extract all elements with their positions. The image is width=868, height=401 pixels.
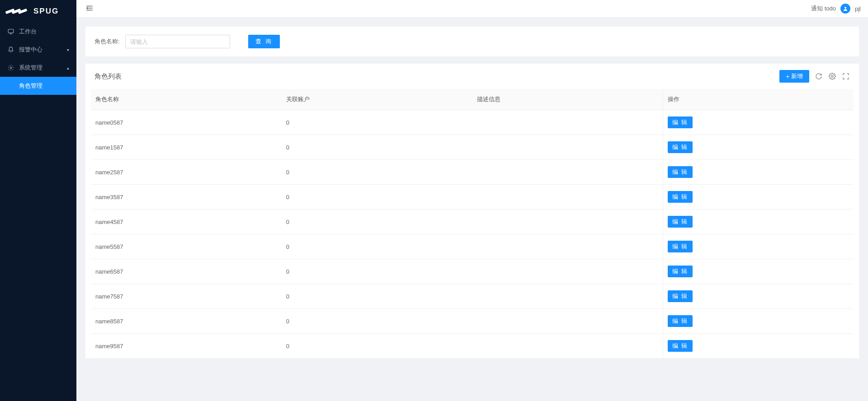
table-row: name7587 0 编 辑: [91, 284, 854, 309]
sidebar-item-label: 角色管理: [19, 82, 42, 90]
role-name-input[interactable]: [125, 35, 230, 48]
table-row: name9587 0 编 辑: [91, 334, 854, 359]
sidebar: SPUG 工作台 报警中心 ▾ 系统管理 ▴: [0, 0, 76, 401]
cell-role-name: name0587: [91, 110, 282, 135]
cell-role-name: name2587: [91, 160, 282, 185]
cell-description: [472, 110, 663, 135]
setting-icon: [7, 64, 14, 71]
cell-role-name: name9587: [91, 334, 282, 359]
cell-operation: 编 辑: [663, 284, 854, 309]
logo-text: SPUG: [33, 7, 59, 16]
sidebar-toggle[interactable]: [84, 2, 95, 15]
chevron-up-icon: ▴: [67, 65, 69, 70]
edit-button[interactable]: 编 辑: [668, 141, 693, 153]
sidebar-item-workbench[interactable]: 工作台: [0, 23, 76, 41]
cell-account: 0: [282, 284, 472, 309]
cell-account: 0: [282, 309, 472, 334]
cell-role-name: name4587: [91, 210, 282, 234]
edit-button[interactable]: 编 辑: [668, 315, 693, 327]
edit-button[interactable]: 编 辑: [668, 216, 693, 228]
cell-account: 0: [282, 110, 472, 135]
cell-description: [472, 185, 663, 210]
cell-description: [472, 334, 663, 359]
cell-account: 0: [282, 334, 472, 359]
header: 通知 todo pjl: [76, 0, 868, 18]
cell-description: [472, 259, 663, 284]
table-row: name4587 0 编 辑: [91, 210, 854, 234]
table-row: name1587 0 编 辑: [91, 135, 854, 160]
plus-icon: +: [786, 73, 789, 80]
cell-account: 0: [282, 210, 472, 234]
content: 角色名称: 查 询 角色列表 + 新增: [76, 18, 868, 401]
svg-point-6: [831, 75, 833, 77]
fullscreen-button[interactable]: [842, 72, 850, 80]
cell-account: 0: [282, 259, 472, 284]
edit-button[interactable]: 编 辑: [668, 340, 693, 352]
col-role-name: 角色名称: [91, 89, 282, 110]
cell-account: 0: [282, 185, 472, 210]
notify-link[interactable]: 通知 todo: [811, 5, 836, 13]
col-description: 描述信息: [472, 89, 663, 110]
table-title: 角色列表: [94, 72, 122, 81]
table-row: name0587 0 编 辑: [91, 110, 854, 135]
username[interactable]: pjl: [855, 5, 861, 12]
cell-operation: 编 辑: [663, 210, 854, 234]
cell-role-name: name3587: [91, 185, 282, 210]
cell-description: [472, 135, 663, 160]
cell-operation: 编 辑: [663, 309, 854, 334]
col-related-account: 关联账户: [282, 89, 472, 110]
cell-role-name: name1587: [91, 135, 282, 160]
cell-description: [472, 210, 663, 234]
edit-button[interactable]: 编 辑: [668, 117, 693, 128]
cell-operation: 编 辑: [663, 110, 854, 135]
edit-button[interactable]: 编 辑: [668, 191, 693, 203]
cell-description: [472, 309, 663, 334]
alert-icon: [7, 46, 14, 53]
avatar[interactable]: [840, 4, 850, 14]
column-settings-button[interactable]: [828, 72, 836, 80]
add-button-label: 新增: [791, 72, 803, 80]
svg-rect-3: [8, 29, 14, 33]
cell-role-name: name8587: [91, 309, 282, 334]
cell-operation: 编 辑: [663, 185, 854, 210]
edit-button[interactable]: 编 辑: [668, 166, 693, 178]
cell-role-name: name5587: [91, 234, 282, 259]
col-operation: 操作: [663, 89, 854, 110]
sidebar-item-label: 工作台: [19, 28, 37, 36]
sidebar-item-system[interactable]: 系统管理 ▴: [0, 59, 76, 77]
edit-button[interactable]: 编 辑: [668, 290, 693, 302]
desktop-icon: [7, 28, 14, 35]
cell-description: [472, 234, 663, 259]
edit-button[interactable]: 编 辑: [668, 241, 693, 252]
table-row: name2587 0 编 辑: [91, 160, 854, 185]
sidebar-item-alarm[interactable]: 报警中心 ▾: [0, 41, 76, 59]
sidebar-item-role-management[interactable]: 角色管理: [0, 77, 76, 95]
table-row: name6587 0 编 辑: [91, 259, 854, 284]
cell-operation: 编 辑: [663, 135, 854, 160]
svg-point-5: [844, 7, 846, 9]
role-table: 角色名称 关联账户 描述信息 操作 name0587 0 编 辑 name158…: [91, 89, 854, 359]
cell-operation: 编 辑: [663, 234, 854, 259]
cell-account: 0: [282, 234, 472, 259]
table-row: name5587 0 编 辑: [91, 234, 854, 259]
menu: 工作台 报警中心 ▾ 系统管理 ▴ 角色管理: [0, 23, 76, 401]
logo-icon: [5, 5, 30, 18]
table-row: name3587 0 编 辑: [91, 185, 854, 210]
search-card: 角色名称: 查 询: [85, 27, 859, 56]
cell-operation: 编 辑: [663, 160, 854, 185]
add-button[interactable]: + 新增: [779, 70, 809, 83]
search-label: 角色名称:: [94, 37, 120, 46]
table-row: name8587 0 编 辑: [91, 309, 854, 334]
cell-description: [472, 284, 663, 309]
chevron-down-icon: ▾: [67, 47, 69, 52]
table-card: 角色列表 + 新增: [85, 64, 859, 359]
cell-description: [472, 160, 663, 185]
logo: SPUG: [0, 0, 76, 23]
query-button[interactable]: 查 询: [248, 35, 280, 48]
sidebar-item-label: 系统管理: [19, 64, 42, 72]
svg-point-4: [10, 67, 12, 69]
cell-operation: 编 辑: [663, 259, 854, 284]
cell-account: 0: [282, 135, 472, 160]
edit-button[interactable]: 编 辑: [668, 266, 693, 277]
reload-button[interactable]: [815, 72, 823, 80]
